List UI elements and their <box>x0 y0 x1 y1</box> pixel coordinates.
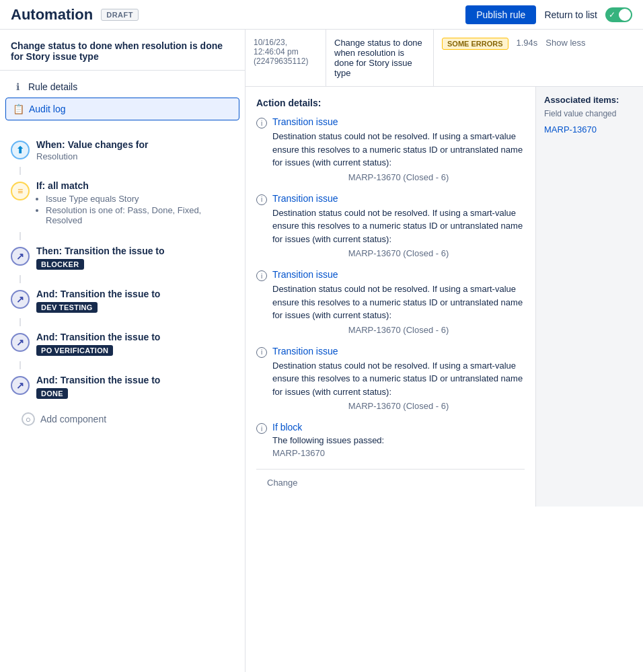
action-item-title-2: Transition issue <box>272 269 525 280</box>
if-bullet-1: Resolution is one of: Pass, Done, Fixed,… <box>46 205 234 225</box>
audit-status-area: SOME ERRORS 1.94s Show less <box>434 30 643 86</box>
step-when[interactable]: ⬆ When: Value changes for Resolution <box>11 134 234 167</box>
action-item-desc-0: Destination status could not be resolved… <box>272 130 525 170</box>
when-content: When: Value changes for Resolution <box>36 139 234 161</box>
draft-badge: DRAFT <box>101 9 139 21</box>
sidebar-item-audit-log[interactable]: 📋 Audit log <box>5 98 239 120</box>
change-section: Change <box>256 469 525 496</box>
associated-panel: Associated items: Field value changed MA… <box>535 87 643 507</box>
and-1-label: And: Transition the issue to <box>36 289 234 299</box>
action-item-content-3: Transition issue Destination status coul… <box>272 346 525 412</box>
and-2-tag: PO VERIFICATION <box>36 345 113 356</box>
connector-4 <box>20 318 21 326</box>
sidebar-item-audit-log-label: Audit log <box>29 104 65 114</box>
and-3-content: And: Transition the issue to DONE <box>36 375 234 399</box>
action-item-content-1: Transition issue Destination status coul… <box>272 193 525 259</box>
app-title: Automation <box>11 6 93 24</box>
action-item-3: i Transition issue Destination status co… <box>256 346 525 412</box>
and-3-icon: ↗ <box>11 376 30 395</box>
and-2-label: And: Transition the issue to <box>36 332 234 342</box>
and-2-icon: ↗ <box>11 333 30 352</box>
sidebar: Change status to done when resolution is… <box>0 30 245 672</box>
and-1-tag: DEV TESTING <box>36 302 98 313</box>
and-3-tag: DONE <box>36 388 68 399</box>
connector-3 <box>20 275 21 283</box>
then-tag: BLOCKER <box>36 259 84 270</box>
step-if[interactable]: ≡ If: all match Issue Type equals Story … <box>11 175 234 232</box>
then-icon: ↗ <box>11 247 30 266</box>
when-icon: ⬆ <box>11 141 30 159</box>
status-badge: SOME ERRORS <box>442 38 508 50</box>
action-item-desc-1: Destination status could not be resolved… <box>272 207 525 246</box>
associated-sub: Field value changed <box>544 109 635 118</box>
sidebar-item-rule-details[interactable]: ℹ Rule details <box>5 76 239 98</box>
step-and-2[interactable]: ↗ And: Transition the issue to PO VERIFI… <box>11 326 234 361</box>
action-main: Action details: i Transition issue Desti… <box>245 87 535 507</box>
add-component-area: ○ Add component <box>22 404 234 426</box>
then-content: Then: Transition the issue to BLOCKER <box>36 246 234 270</box>
if-content: If: all match Issue Type equals Story Re… <box>36 180 234 227</box>
action-details-header: Action details: <box>256 98 525 108</box>
if-block-title: If block <box>272 422 525 433</box>
info-icon-if: i <box>256 423 267 434</box>
if-icon: ≡ <box>11 182 30 200</box>
rule-steps: ⬆ When: Value changes for Resolution ≡ I… <box>0 126 245 434</box>
audit-duration: 1.94s <box>517 38 538 48</box>
action-item-0: i Transition issue Destination status co… <box>256 116 525 182</box>
action-item-ref-3: MARP-13670 (Closed - 6) <box>272 401 525 411</box>
action-item-ref-0: MARP-13670 (Closed - 6) <box>272 172 525 182</box>
when-label: When: Value changes for <box>36 139 234 150</box>
action-item-title-0: Transition issue <box>272 116 525 127</box>
step-and-3[interactable]: ↗ And: Transition the issue to DONE <box>11 369 234 404</box>
when-sub: Resolution <box>36 151 234 161</box>
audit-icon: 📋 <box>13 104 24 114</box>
action-item-content-2: Transition issue Destination status coul… <box>272 269 525 335</box>
connector-5 <box>20 361 21 369</box>
rule-toggle[interactable]: ✓ <box>605 7 632 22</box>
associated-title: Associated items: <box>544 95 635 105</box>
content-area: 10/16/23, 12:46:04 pm (22479635112) Chan… <box>245 30 643 672</box>
action-item-2: i Transition issue Destination status co… <box>256 269 525 335</box>
if-bullets: Issue Type equals Story Resolution is on… <box>36 194 234 225</box>
app-header: Automation DRAFT Publish rule Return to … <box>0 0 643 30</box>
action-item-title-1: Transition issue <box>272 193 525 204</box>
action-item-1: i Transition issue Destination status co… <box>256 193 525 259</box>
then-label: Then: Transition the issue to <box>36 246 234 256</box>
action-item-desc-2: Destination status could not be resolved… <box>272 283 525 322</box>
if-block-desc: The following issues passed: <box>272 435 525 445</box>
add-icon: ○ <box>22 412 35 426</box>
action-item-content-0: Transition issue Destination status coul… <box>272 116 525 182</box>
info-icon-0: i <box>256 118 267 128</box>
and-2-content: And: Transition the issue to PO VERIFICA… <box>36 332 234 356</box>
step-and-1[interactable]: ↗ And: Transition the issue to DEV TESTI… <box>11 283 234 318</box>
if-bullet-0: Issue Type equals Story <box>46 194 234 204</box>
connector-2 <box>20 232 21 240</box>
change-label: Change <box>267 478 298 488</box>
and-1-content: And: Transition the issue to DEV TESTING <box>36 289 234 313</box>
publish-button[interactable]: Publish rule <box>465 5 536 24</box>
action-item-desc-3: Destination status could not be resolved… <box>272 359 525 399</box>
rule-title: Change status to done when resolution is… <box>0 30 245 71</box>
audit-meta: 10/16/23, 12:46:04 pm (22479635112) <box>245 30 326 86</box>
connector-1 <box>20 167 21 175</box>
info-icon-1: i <box>256 194 267 205</box>
show-less-button[interactable]: Show less <box>545 38 585 48</box>
sidebar-nav: ℹ Rule details 📋 Audit log <box>0 71 245 126</box>
action-item-if-block: i If block The following issues passed: … <box>256 422 525 458</box>
action-item-title-3: Transition issue <box>272 346 525 357</box>
step-then[interactable]: ↗ Then: Transition the issue to BLOCKER <box>11 240 234 275</box>
associated-link[interactable]: MARP-13670 <box>544 124 597 135</box>
and-3-label: And: Transition the issue to <box>36 375 234 385</box>
action-item-ref-1: MARP-13670 (Closed - 6) <box>272 248 525 258</box>
info-icon: ℹ <box>12 81 23 92</box>
sidebar-item-rule-details-label: Rule details <box>28 81 77 92</box>
info-icon-3: i <box>256 347 267 358</box>
and-1-icon: ↗ <box>11 290 30 309</box>
return-to-list-link[interactable]: Return to list <box>544 9 597 20</box>
audit-description: Change status to done when resolution is… <box>326 30 434 86</box>
add-component-label[interactable]: Add component <box>40 414 106 424</box>
if-label: If: all match <box>36 180 234 191</box>
toggle-check-icon: ✓ <box>609 10 615 20</box>
main-layout: Change status to done when resolution is… <box>0 30 643 672</box>
action-item-content-if: If block The following issues passed: MA… <box>272 422 525 458</box>
